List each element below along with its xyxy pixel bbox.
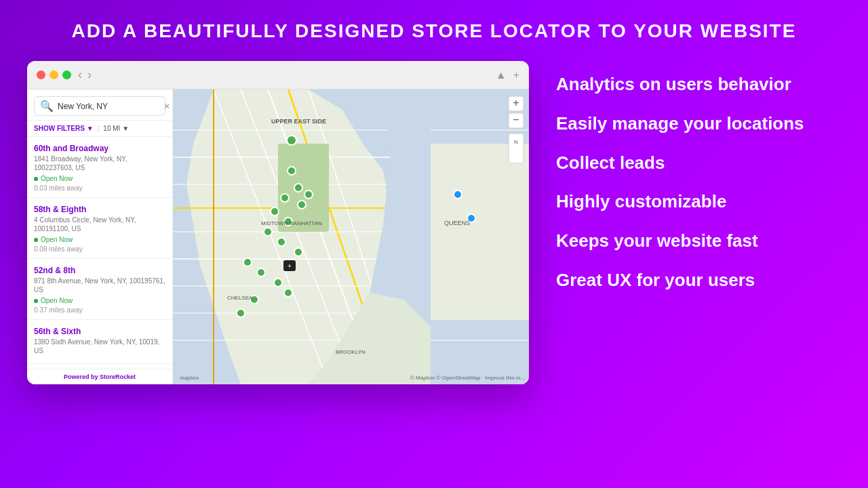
distance-label: 10 MI [103,125,120,132]
svg-point-30 [298,201,306,209]
svg-text:+: + [513,97,519,108]
store-address: 1841 Broadway, New York, NY, 1002237603,… [34,155,165,172]
store-name: 58th & Eighth [34,205,165,214]
svg-text:© Mapbox © OpenStreetMap · Imp: © Mapbox © OpenStreetMap · Improve this … [410,375,525,381]
svg-text:mapbox: mapbox [180,375,199,381]
browser-window: ‹ › ▲ + 🔍 ✕ [27,61,529,384]
svg-text:BROOKLYN: BROOKLYN [336,349,366,355]
search-bar: 🔍 ✕ ↻ [27,89,172,121]
browser-icons: ▲ + [496,69,519,81]
plus-icon[interactable]: + [513,69,519,81]
svg-text:+: + [288,262,292,270]
store-name: 52nd & 8th [34,266,165,275]
nav-back[interactable]: ‹ [78,68,82,82]
share-icon[interactable]: ▲ [496,69,507,81]
store-open-status: Open Now [34,175,165,182]
content-row: ‹ › ▲ + 🔍 ✕ [27,61,841,384]
store-address: 1380 Sixth Avenue, New York, NY, 10019, … [34,338,165,355]
browser-dots [37,70,71,79]
feature-item-2: Easily manage your locations [556,107,841,141]
open-dot [34,177,38,181]
open-dot [34,238,38,242]
show-filters-button[interactable]: SHOW FILTERS ▼ [34,125,94,132]
store-distance: 0.37 miles away [34,306,165,314]
svg-point-27 [288,167,296,175]
store-address: 4 Columbus Circle, New York, NY, 1001911… [34,216,165,233]
page-headline: ADD A BEAUTIFULLY DESIGNED STORE LOCATOR… [72,20,797,42]
svg-rect-25 [509,134,524,163]
open-label: Open Now [41,236,73,243]
store-address: 871 8th Avenue, New York, NY, 100195761,… [34,277,165,294]
footer-text: Powered by [64,373,98,380]
svg-point-37 [243,258,252,266]
feature-item-5: Keeps your website fast [556,224,841,258]
map-container[interactable]: + − N [173,89,529,384]
browser-toolbar: ‹ › ▲ + [27,61,529,89]
svg-text:−: − [513,114,519,125]
clear-search-icon[interactable]: ✕ [163,102,170,111]
page-container: ADD A BEAUTIFULLY DESIGNED STORE LOCATOR… [0,0,868,488]
map-svg: + − N [173,89,529,384]
svg-point-29 [281,194,289,202]
svg-text:UPPER EAST SIDE: UPPER EAST SIDE [271,118,326,125]
search-icon: 🔍 [40,100,54,113]
chevron-down-icon-2: ▼ [122,125,129,132]
store-distance: 0.08 miles away [34,245,165,253]
feature-item-4: Highly customizable [556,185,841,219]
svg-point-43 [454,190,462,199]
store-sidebar: 🔍 ✕ ↻ SHOW FILTERS ▼ | [27,89,173,384]
list-item[interactable]: 52nd & 8th 871 8th Avenue, New York, NY,… [27,259,172,320]
svg-point-34 [264,228,272,236]
feature-item-3: Collect leads [556,146,841,180]
store-open-status: Open Now [34,236,165,243]
open-dot [34,299,38,303]
dot-green[interactable] [62,70,71,79]
svg-point-35 [277,238,285,246]
chevron-down-icon: ▼ [87,125,94,132]
footer-brand: StoreRocket [100,373,136,380]
browser-content: 🔍 ✕ ↻ SHOW FILTERS ▼ | [27,89,529,384]
svg-point-32 [271,207,279,216]
distance-filter[interactable]: 10 MI ▼ [103,125,129,132]
store-open-status: Open Now [34,297,165,304]
svg-point-31 [304,190,313,199]
svg-text:MIDTOWN MANHATTAN: MIDTOWN MANHATTAN [261,220,322,226]
store-name: 56th & Sixth [34,327,165,336]
feature-item-6: Great UX for your users [556,264,841,298]
dot-red[interactable] [37,70,45,79]
svg-rect-17 [431,144,529,320]
svg-text:CHELSEA: CHELSEA [227,295,253,301]
browser-nav: ‹ › [78,68,92,82]
svg-point-38 [257,268,265,277]
svg-point-40 [284,289,292,297]
svg-point-39 [274,279,282,287]
search-input-container: 🔍 ✕ ↻ [34,96,165,116]
list-item[interactable]: 56th & Sixth 1380 Sixth Avenue, New York… [27,320,172,364]
filters-label: SHOW FILTERS [34,125,85,132]
svg-text:QUEENS: QUEENS [444,220,470,226]
dot-yellow[interactable] [50,70,58,79]
features-list: Analytics on users behavior Easily manag… [556,61,841,298]
svg-text:N: N [514,139,518,145]
list-item[interactable]: 58th & Eighth 4 Columbus Circle, New Yor… [27,198,172,259]
svg-point-36 [294,248,302,256]
list-item[interactable]: 60th and Broadway 1841 Broadway, New Yor… [27,137,172,198]
filter-divider: | [98,125,100,132]
filters-row: SHOW FILTERS ▼ | 10 MI ▼ [27,121,172,137]
feature-item-1: Analytics on users behavior [556,68,841,102]
search-input[interactable] [58,102,159,111]
store-distance: 0.03 miles away [34,184,165,192]
store-list: 60th and Broadway 1841 Broadway, New Yor… [27,137,172,369]
nav-forward[interactable]: › [87,68,92,82]
store-name: 60th and Broadway [34,144,165,153]
svg-point-28 [294,184,302,192]
svg-point-42 [237,309,245,317]
open-label: Open Now [41,297,73,304]
svg-point-47 [287,136,296,145]
sidebar-footer: Powered by StoreRocket [27,369,172,384]
open-label: Open Now [41,175,73,182]
